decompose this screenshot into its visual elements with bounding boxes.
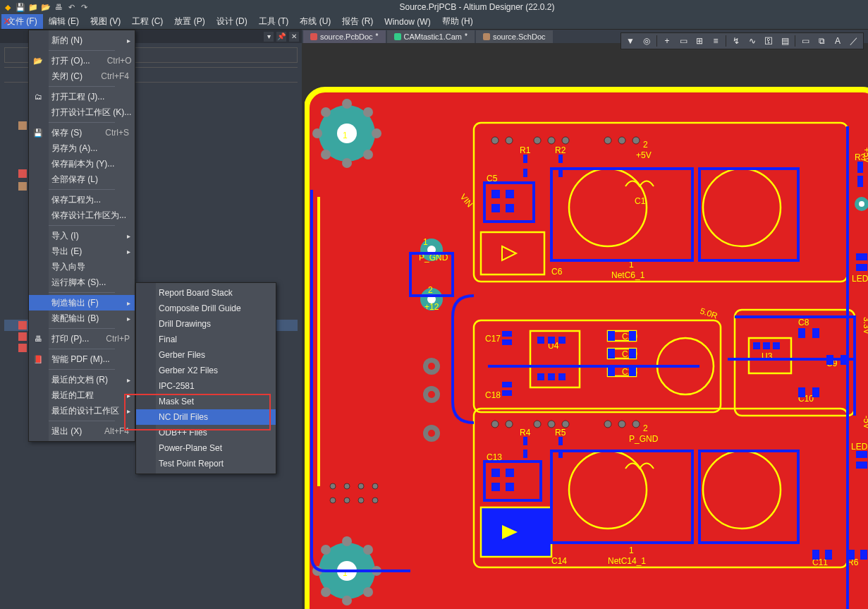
fab-menu-item[interactable]: Final — [136, 332, 276, 347]
file-menu-item[interactable]: 最近的设计工作区▸ — [29, 403, 135, 418]
fab-menu-item[interactable]: ODB++ Files — [136, 425, 276, 440]
menu-route[interactable]: 布线 (U) — [294, 14, 336, 29]
file-menu-item[interactable]: 🖶打印 (P)...Ctrl+P — [29, 331, 135, 346]
pcb-canvas[interactable]: 1 1 VIN +5V — [305, 63, 868, 609]
file-menu-item[interactable]: 💾保存 (S)Ctrl+S — [29, 125, 135, 140]
menu-help[interactable]: 帮助 (H) — [436, 14, 479, 29]
svg-rect-134 — [523, 437, 527, 445]
route-icon[interactable]: ↯ — [728, 34, 744, 48]
file-menu-item[interactable]: 保存副本为 (Y)... — [29, 156, 135, 171]
panel-close-icon[interactable]: ✕ — [289, 32, 299, 42]
svg-rect-111 — [798, 328, 805, 338]
file-menu-item[interactable]: 运行脚本 (S)... — [29, 275, 135, 290]
doc-tab-cam[interactable]: CAMtastic1.Cam * — [387, 30, 475, 43]
file-menu-item[interactable]: 新的 (N)▸ — [29, 32, 135, 48]
file-menu-item[interactable]: 另存为 (A)... — [29, 140, 135, 156]
text-icon[interactable]: A — [830, 34, 845, 48]
menu-design[interactable]: 设计 (D) — [211, 14, 253, 29]
svg-text:C17: C17 — [485, 334, 501, 344]
svg-rect-101 — [629, 349, 636, 358]
svg-point-120 — [428, 363, 435, 370]
svg-text:-5V: -5V — [862, 416, 868, 429]
save-icon[interactable]: 💾 — [16, 2, 25, 12]
menu-edit[interactable]: 编辑 (E) — [43, 14, 85, 29]
undo-icon[interactable]: ↶ — [66, 2, 76, 12]
svg-rect-98 — [608, 331, 615, 341]
grid-icon[interactable]: ⊞ — [692, 34, 707, 48]
cam-icon — [394, 33, 401, 40]
svg-point-133 — [632, 421, 640, 428]
pcb-canvas-wrap: 1 1 VIN +5V — [302, 43, 868, 609]
fab-menu-item[interactable]: Power-Plane Set — [136, 440, 276, 456]
fab-menu-item[interactable]: Composite Drill Guide — [136, 301, 276, 316]
open-folder-icon[interactable]: 📁 — [28, 2, 38, 12]
svg-rect-80 — [502, 331, 512, 337]
file-menu-item[interactable]: 制造输出 (F)▸ — [29, 295, 135, 310]
file-menu-item[interactable]: 最近的文档 (R)▸ — [29, 372, 135, 387]
menu-project[interactable]: 工程 (C) — [126, 14, 169, 29]
open-icon: 📂 — [33, 56, 43, 66]
file-menu-item[interactable]: 关闭 (C)Ctrl+F4 — [29, 68, 135, 84]
svg-text:C14: C14 — [551, 556, 567, 566]
plus-icon[interactable]: + — [659, 34, 675, 48]
fab-menu-item[interactable]: Drill Drawings — [136, 316, 276, 332]
save-icon: 💾 — [33, 128, 43, 138]
doc-tab-schdoc[interactable]: source.SchDoc — [476, 30, 553, 43]
snap-icon[interactable]: ◎ — [639, 34, 654, 48]
svg-text:P_GND: P_GND — [629, 434, 659, 444]
menu-reports[interactable]: 报告 (R) — [336, 14, 379, 29]
board-icon[interactable]: ▤ — [777, 34, 793, 48]
line-icon[interactable]: ／ — [846, 34, 862, 48]
file-menu-item[interactable]: 🗂打开工程 (J)... — [29, 89, 135, 104]
svg-rect-109 — [773, 342, 780, 349]
file-menu-item[interactable]: 保存工程为... — [29, 192, 135, 207]
file-menu-item[interactable]: 退出 (X)Alt+F4 — [29, 423, 135, 439]
print-qa-icon[interactable]: 🖶 — [54, 2, 63, 12]
svg-point-170 — [344, 498, 350, 503]
file-menu-item[interactable]: 📂打开 (O)...Ctrl+O — [29, 53, 135, 68]
file-menu-item[interactable]: 导入向导 — [29, 259, 135, 275]
redo-icon[interactable]: ↷ — [79, 2, 89, 12]
menu-view[interactable]: 视图 (V) — [85, 14, 126, 29]
sch-icon — [483, 33, 490, 40]
svg-point-166 — [344, 483, 350, 489]
chart-icon[interactable]: ⧉ — [814, 34, 829, 48]
open2-icon[interactable]: 📂 — [41, 2, 51, 12]
file-menu-item[interactable]: 📕智能 PDF (M)... — [29, 351, 135, 367]
chevron-right-icon: ▸ — [127, 37, 130, 44]
fab-menu-item[interactable]: NC Drill Files — [136, 409, 276, 425]
svg-rect-118 — [812, 387, 819, 397]
select-icon[interactable]: ▭ — [797, 34, 813, 48]
title-bar: ◆ 💾 📁 📂 🖶 ↶ ↷ Source.PrjPCB - Altium Des… — [0, 0, 868, 14]
fab-menu-item[interactable]: Report Board Stack — [136, 285, 276, 301]
file-menu-item[interactable]: 装配输出 (B)▸ — [29, 310, 135, 326]
fab-menu-item[interactable]: Mask Set — [136, 394, 276, 409]
menu-tools[interactable]: 工具 (T) — [253, 14, 295, 29]
dropdown-icon[interactable]: ▾ — [264, 32, 274, 42]
layers-icon[interactable]: ≡ — [708, 34, 723, 48]
fab-menu-item[interactable]: Gerber X2 Files — [136, 363, 276, 378]
svg-rect-146 — [491, 469, 500, 477]
pin-icon[interactable]: 📌 — [276, 32, 286, 42]
doc-tab-pcbdoc[interactable]: source.PcbDoc * — [303, 30, 386, 43]
file-menu-item[interactable]: 打开设计工作区 (K)... — [29, 104, 135, 120]
fab-menu-item[interactable]: Test Point Report — [136, 456, 276, 471]
pdf-icon: 📕 — [33, 354, 43, 364]
menu-place[interactable]: 放置 (P) — [169, 14, 210, 29]
menu-window[interactable]: Window (W) — [379, 16, 436, 28]
wave-icon[interactable]: ∿ — [745, 34, 760, 48]
svg-point-127 — [506, 421, 513, 428]
filter-icon[interactable]: ▼ — [623, 34, 638, 48]
fab-menu-item[interactable]: Gerber Files — [136, 347, 276, 363]
rect-icon[interactable]: ▭ — [676, 34, 691, 48]
file-menu-item[interactable]: 最近的工程▸ — [29, 387, 135, 403]
key-icon[interactable]: ⚿ — [761, 34, 776, 48]
close-icon[interactable]: ✕ — [3, 16, 11, 27]
file-menu-item[interactable]: 导出 (E)▸ — [29, 243, 135, 259]
svg-text:2: 2 — [643, 423, 648, 433]
file-menu-item[interactable]: 全部保存 (L) — [29, 171, 135, 187]
fab-menu-item[interactable]: IPC-2581 — [136, 378, 276, 394]
svg-point-22 — [321, 545, 331, 555]
file-menu-item[interactable]: 导入 (I)▸ — [29, 228, 135, 243]
file-menu-item[interactable]: 保存设计工作区为... — [29, 207, 135, 223]
